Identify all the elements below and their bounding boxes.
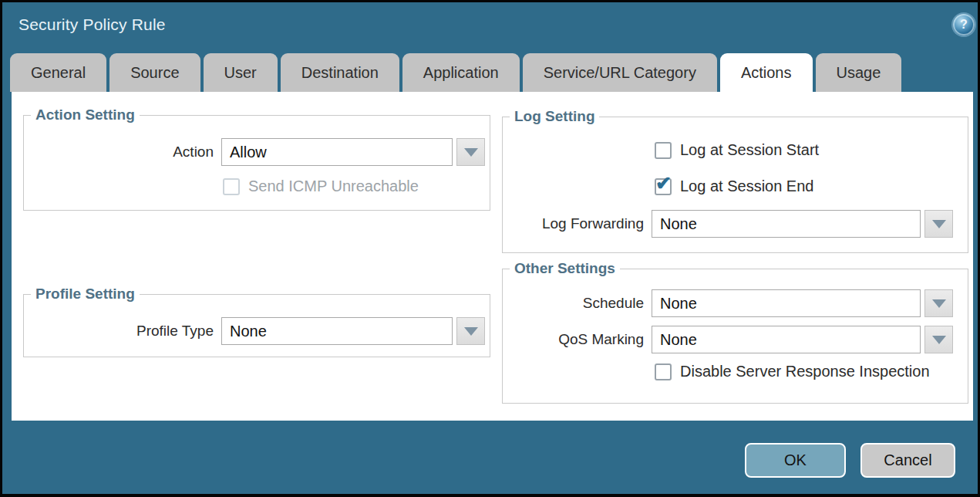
action-setting-section: Action Setting Action Allow ✔ Send ICMP … bbox=[23, 115, 490, 211]
qos-marking-label: QoS Marking bbox=[503, 331, 652, 348]
log-forwarding-dropdown-value[interactable]: None bbox=[652, 210, 921, 238]
profile-type-dropdown-button[interactable] bbox=[456, 317, 485, 345]
profile-type-row: Profile Type None bbox=[24, 317, 485, 345]
qos-marking-row: QoS Marking None bbox=[503, 326, 953, 353]
cancel-button[interactable]: Cancel bbox=[860, 443, 955, 478]
schedule-dropdown[interactable]: None bbox=[652, 289, 953, 317]
dsri-row: ✔ Disable Server Response Inspection bbox=[655, 363, 930, 380]
qos-marking-dropdown[interactable]: None bbox=[652, 326, 953, 353]
help-icon[interactable]: ? bbox=[953, 14, 975, 36]
log-session-start-row: ✔ Log at Session Start bbox=[655, 141, 819, 159]
log-session-start-label: Log at Session Start bbox=[680, 141, 819, 159]
qos-marking-dropdown-button[interactable] bbox=[924, 326, 953, 353]
schedule-label: Schedule bbox=[503, 295, 652, 312]
tab-actions[interactable]: Actions bbox=[720, 53, 813, 92]
check-icon: ✔ bbox=[655, 174, 672, 193]
log-forwarding-dropdown[interactable]: None bbox=[652, 210, 953, 238]
security-policy-rule-dialog: Security Policy Rule ? General Source Us… bbox=[0, 0, 980, 497]
send-icmp-label: Send ICMP Unreachable bbox=[248, 178, 419, 195]
log-forwarding-dropdown-button[interactable] bbox=[924, 210, 953, 238]
tab-destination[interactable]: Destination bbox=[281, 53, 399, 92]
tab-content-panel: Action Setting Action Allow ✔ Send ICMP … bbox=[12, 92, 973, 421]
action-dropdown[interactable]: Allow bbox=[221, 138, 485, 166]
other-settings-title: Other Settings bbox=[510, 260, 620, 277]
tab-general[interactable]: General bbox=[10, 53, 106, 92]
action-label: Action bbox=[24, 144, 221, 161]
tab-bar: General Source User Destination Applicat… bbox=[10, 53, 901, 92]
profile-type-label: Profile Type bbox=[24, 323, 221, 340]
log-session-start-checkbox[interactable]: ✔ bbox=[655, 142, 672, 159]
send-icmp-row: ✔ Send ICMP Unreachable bbox=[223, 178, 419, 195]
ok-button[interactable]: OK bbox=[745, 443, 846, 478]
chevron-down-icon bbox=[932, 336, 946, 344]
profile-type-dropdown[interactable]: None bbox=[221, 317, 485, 345]
tab-service-url-category[interactable]: Service/URL Category bbox=[523, 53, 717, 92]
action-row: Action Allow bbox=[24, 138, 485, 166]
tab-user[interactable]: User bbox=[204, 53, 278, 92]
other-settings-section: Other Settings Schedule None QoS Marking… bbox=[502, 269, 968, 404]
log-forwarding-row: Log Forwarding None bbox=[503, 210, 953, 238]
log-setting-title: Log Setting bbox=[510, 108, 599, 125]
schedule-dropdown-button[interactable] bbox=[924, 289, 953, 317]
chevron-down-icon bbox=[464, 148, 478, 157]
action-setting-title: Action Setting bbox=[31, 106, 140, 123]
chevron-down-icon bbox=[932, 299, 946, 308]
log-setting-section: Log Setting ✔ Log at Session Start ✔ Log… bbox=[502, 117, 968, 253]
log-forwarding-label: Log Forwarding bbox=[503, 215, 652, 232]
tab-source[interactable]: Source bbox=[109, 53, 200, 92]
tab-application[interactable]: Application bbox=[402, 53, 520, 92]
qos-marking-dropdown-value[interactable]: None bbox=[652, 326, 921, 353]
tab-usage[interactable]: Usage bbox=[816, 53, 902, 92]
schedule-row: Schedule None bbox=[503, 289, 953, 317]
chevron-down-icon bbox=[932, 220, 946, 228]
log-session-end-row: ✔ Log at Session End bbox=[655, 178, 813, 195]
log-session-end-label: Log at Session End bbox=[680, 178, 813, 195]
chevron-down-icon bbox=[464, 327, 478, 336]
action-dropdown-value[interactable]: Allow bbox=[221, 138, 453, 166]
send-icmp-checkbox[interactable]: ✔ bbox=[223, 178, 240, 195]
profile-type-dropdown-value[interactable]: None bbox=[221, 317, 453, 345]
schedule-dropdown-value[interactable]: None bbox=[652, 289, 921, 317]
dialog-title: Security Policy Rule bbox=[19, 15, 166, 34]
profile-setting-section: Profile Setting Profile Type None bbox=[23, 294, 490, 357]
dsri-checkbox[interactable]: ✔ bbox=[655, 363, 672, 380]
log-session-end-checkbox[interactable]: ✔ bbox=[655, 178, 672, 195]
action-dropdown-button[interactable] bbox=[456, 138, 485, 166]
profile-setting-title: Profile Setting bbox=[31, 286, 140, 303]
dsri-label: Disable Server Response Inspection bbox=[680, 363, 930, 380]
